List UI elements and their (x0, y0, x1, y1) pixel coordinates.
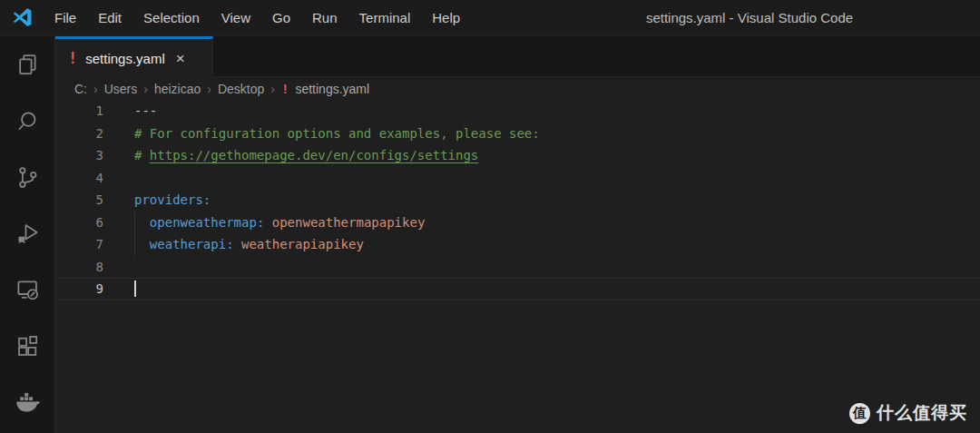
chevron-right-icon: › (93, 82, 98, 96)
sidebar-item-explorer[interactable] (0, 36, 54, 93)
code-line-6[interactable]: 6 openweathermap: openweathermapapikey (55, 212, 980, 234)
tab-settings-yaml[interactable]: ! settings.yaml × (55, 36, 213, 77)
menu-bar: FileEditSelectionViewGoRunTerminalHelp (44, 0, 471, 35)
line-number: 2 (55, 123, 103, 145)
breadcrumb: C:›Users›heizicao›Desktop›!settings.yaml (55, 77, 980, 100)
sidebar-item-source-control[interactable] (0, 149, 54, 205)
code-line-2[interactable]: 2# For configuration options and example… (55, 123, 980, 145)
code-line-3[interactable]: 3# https://gethomepage.dev/en/configs/se… (55, 144, 980, 167)
title-bar: FileEditSelectionViewGoRunTerminalHelp s… (0, 0, 980, 36)
sidebar-item-run-debug[interactable] (0, 205, 54, 261)
editor[interactable]: 1---2# For configuration options and exa… (55, 100, 980, 433)
line-number: 9 (55, 278, 103, 300)
indent-guide (134, 212, 135, 234)
close-icon[interactable]: × (176, 51, 185, 66)
sidebar-item-remote-explorer[interactable] (0, 261, 54, 318)
activity-bar (0, 36, 55, 433)
line-number: 5 (55, 189, 103, 212)
menu-item-selection[interactable]: Selection (132, 0, 211, 35)
code-text: # For configuration options and examples… (134, 123, 540, 145)
yaml-file-icon: ! (68, 51, 77, 66)
tab-bar: ! settings.yaml × (55, 36, 980, 77)
window-title: settings.yaml - Visual Studio Code (646, 0, 853, 35)
line-number: 6 (55, 212, 103, 234)
code-text: --- (134, 100, 157, 123)
code-text: providers: (134, 189, 211, 212)
sidebar-item-docker[interactable] (0, 374, 54, 430)
breadcrumb-segment-desktop[interactable]: Desktop (218, 82, 264, 96)
breadcrumb-file[interactable]: settings.yaml (295, 82, 369, 96)
tab-label: settings.yaml (85, 51, 165, 66)
code-text: weatherapi: weatherapiapikey (134, 233, 364, 256)
menu-item-go[interactable]: Go (261, 0, 301, 35)
code-text: openweathermap: openweathermapapikey (134, 212, 425, 234)
menu-item-help[interactable]: Help (421, 0, 471, 35)
line-number: 3 (55, 144, 103, 167)
code-line-1[interactable]: 1--- (55, 100, 980, 123)
breadcrumb-segment-users[interactable]: Users (104, 82, 138, 96)
yaml-file-icon: ! (281, 82, 289, 96)
text-cursor (134, 280, 136, 297)
code-line-5[interactable]: 5providers: (55, 189, 980, 212)
sidebar-item-extensions[interactable] (0, 318, 54, 374)
code-line-8[interactable]: 8 (55, 256, 980, 279)
breadcrumb-segment-c[interactable]: C: (74, 82, 87, 96)
code-lines: 1---2# For configuration options and exa… (55, 100, 980, 300)
chevron-right-icon: › (207, 82, 211, 96)
source-control-icon (15, 165, 40, 190)
code-line-4[interactable]: 4 (55, 167, 980, 190)
chevron-right-icon: › (270, 82, 275, 96)
menu-item-run[interactable]: Run (301, 0, 348, 35)
code-line-7[interactable]: 7 weatherapi: weatherapiapikey (55, 233, 980, 256)
remote-explorer-icon (15, 278, 40, 302)
docker-icon (15, 389, 40, 415)
sidebar-item-search[interactable] (0, 93, 54, 149)
code-line-9[interactable]: 9 (55, 278, 980, 300)
chevron-right-icon: › (143, 82, 148, 96)
menu-item-view[interactable]: View (211, 0, 261, 35)
explorer-icon (15, 53, 40, 77)
line-number: 4 (55, 167, 103, 190)
vscode-logo-icon (0, 6, 44, 29)
indent-guide (134, 233, 135, 256)
menu-item-terminal[interactable]: Terminal (348, 0, 422, 35)
extensions-icon (15, 334, 40, 359)
run-debug-icon (15, 221, 40, 246)
search-icon (15, 109, 40, 133)
code-text (134, 278, 136, 300)
menu-item-file[interactable]: File (44, 0, 87, 35)
code-text: # https://gethomepage.dev/en/configs/set… (134, 144, 478, 167)
line-number: 1 (55, 100, 103, 123)
line-number: 8 (55, 256, 103, 279)
breadcrumb-segment-heizicao[interactable]: heizicao (154, 82, 201, 96)
menu-item-edit[interactable]: Edit (87, 0, 132, 35)
line-number: 7 (55, 233, 103, 256)
